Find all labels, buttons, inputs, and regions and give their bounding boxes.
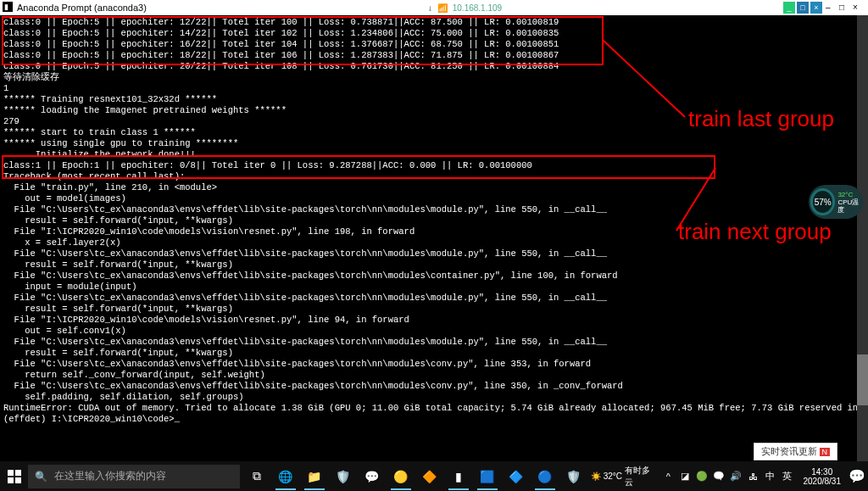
titlebar-center: ↓ 📶 10.168.1.109 (147, 3, 783, 13)
tray-ime2-icon[interactable]: 英 (781, 471, 793, 483)
cpu-widget[interactable]: 57% 32°C CPU温度 (809, 185, 863, 219)
terminal-line: class:0 || Epoch:5 || epochiter: 18/22||… (3, 50, 865, 61)
terminal-line: ****** using single gpu to training ****… (3, 138, 865, 149)
news-popup[interactable]: 实时资讯更新 N (754, 443, 838, 460)
cpu-temp-block: 32°C CPU温度 (837, 191, 863, 214)
ip-address: 10.168.1.109 (453, 3, 502, 13)
terminal-line: class:0 || Epoch:5 || epochiter: 12/22||… (3, 17, 865, 28)
terminal-line: class:0 || Epoch:5 || epochiter: 14/22||… (3, 28, 865, 39)
vertical-scrollbar[interactable] (857, 15, 868, 461)
terminal-line: self.padding, self.dilation, self.groups… (3, 392, 865, 403)
taskview-icon[interactable]: ⧉ (243, 463, 270, 490)
terminal-line: 279 (3, 116, 865, 127)
terminal-line: File "C:\Users\tc_ex\anaconda3\envs\effd… (3, 381, 865, 392)
x-icon[interactable]: × (853, 3, 863, 13)
svg-text:▮: ▮ (4, 3, 8, 11)
square-icon[interactable]: □ (839, 3, 849, 13)
window-title: Anaconda Prompt (anaconda3) (17, 3, 147, 13)
search-icon: 🔍 (35, 471, 47, 483)
app-file-explorer-icon[interactable]: 📁 (301, 463, 328, 490)
terminal-line: ..... Initialize the network done!!! ...… (3, 149, 865, 160)
terminal-line: input = module(input) (3, 282, 865, 293)
tray-network-icon[interactable]: 🖧 (747, 471, 759, 483)
terminal-line: ****** loading the Imagenet pretrained w… (3, 105, 865, 116)
app-vscode-icon[interactable]: 🔷 (503, 463, 530, 490)
cpu-gauge: 57% (810, 188, 835, 215)
tray-speaker-icon[interactable]: 🔊 (730, 471, 742, 483)
app-terminal-icon[interactable]: ▮ (445, 463, 472, 490)
app-edge-icon[interactable]: 🌐 (272, 463, 299, 490)
tray-ime1-icon[interactable]: 中 (764, 471, 776, 483)
app-pycharm-icon[interactable]: 🟦 (474, 463, 501, 490)
terminal-line: File "C:\Users\tc_ex\anaconda3\envs\effd… (3, 293, 865, 304)
taskbar-clock[interactable]: 14:30 2020/8/31 (798, 467, 846, 486)
taskbar-apps: ⧉ 🌐 📁 🛡️ 💬 🟡 🔶 ▮ 🟦 🔷 🔵 🛡️ (243, 463, 587, 490)
start-button[interactable] (0, 461, 28, 491)
news-badge: N (820, 448, 831, 456)
terminal-line: Traceback (most recent call last): (3, 171, 865, 182)
svg-rect-4 (8, 470, 14, 476)
terminal-line: File "C:\Users\tc_ex\anaconda3\envs\effd… (3, 271, 865, 282)
tray-chevron-up-icon[interactable]: ^ (662, 471, 674, 483)
app-wechat-icon[interactable]: 💬 (359, 463, 386, 490)
notification-center-button[interactable]: 💬 (846, 468, 868, 484)
terminal-line: result = self.forward(*input, **kwargs) (3, 304, 865, 315)
cpu-percent: 57% (815, 198, 832, 207)
terminal-line: File "C:\Users\tc_ex\anaconda3\envs\effd… (3, 204, 865, 215)
terminal-line: class:0 || Epoch:5 || epochiter: 16/22||… (3, 39, 865, 50)
terminal-line: File "C:\Users\tc_ex\anaconda3\envs\effd… (3, 337, 865, 348)
terminal-line: result = self.forward(*input, **kwargs) (3, 259, 865, 271)
terminal-line: File "C:\Users\tc_ex\anaconda3\envs\effd… (3, 248, 865, 259)
terminal-line: 1 (3, 83, 865, 94)
terminal-line: class:0 || Epoch:5 || epochiter: 20/22||… (3, 61, 865, 72)
terminal-line: (effdet) I:\ICPR2020_win10\code> (3, 414, 865, 425)
app-browser-icon[interactable]: 🔵 (531, 463, 559, 490)
terminal-line: return self._conv_forward(input, self.we… (3, 370, 865, 381)
svg-rect-5 (15, 470, 21, 476)
clock-date: 2020/8/31 (803, 477, 841, 486)
app-tool-icon[interactable]: 🔶 (416, 463, 443, 490)
terminal-line: File "train.py", line 210, in <module> (3, 182, 865, 193)
weather-temp: 32°C (604, 471, 622, 481)
minimize-button[interactable]: _ (783, 2, 795, 14)
terminal-line: out = self.conv1(x) (3, 326, 865, 337)
weather-desc: 有时多云 (625, 465, 654, 488)
taskbar-weather[interactable]: ☀️ 32°C 有时多云 (587, 465, 658, 488)
terminal-window: ▮ Anaconda Prompt (anaconda3) ↓ 📶 10.168… (0, 0, 868, 461)
window-controls: _ □ × (783, 2, 826, 14)
terminal-line: class:1 || Epoch:1 || epochiter: 0/8|| T… (3, 160, 865, 171)
app-guard-icon[interactable]: 🛡️ (560, 463, 587, 490)
cpu-temp-label: CPU温度 (837, 198, 863, 214)
app-icon: ▮ (3, 2, 14, 14)
system-tray: ^ ◪ 🟢 🗨️ 🔊 🖧 中 英 (657, 471, 798, 483)
terminal-line: ****** start to train class 1 ****** (3, 127, 865, 138)
svg-rect-6 (8, 477, 14, 483)
search-placeholder: 在这里输入你搜索的内容 (54, 469, 166, 483)
app-chrome-icon[interactable]: 🟡 (387, 463, 415, 490)
terminal-line: x = self.layer2(x) (3, 237, 865, 248)
app-defender-icon[interactable]: 🛡️ (330, 463, 357, 490)
terminal-line: out = model(images) (3, 193, 865, 204)
search-box[interactable]: 🔍 在这里输入你搜索的内容 (28, 465, 239, 488)
terminal-output[interactable]: class:0 || Epoch:5 || epochiter: 12/22||… (0, 15, 868, 461)
tray-bluetooth-icon[interactable]: 🗨️ (713, 471, 725, 483)
titlebar[interactable]: ▮ Anaconda Prompt (anaconda3) ↓ 📶 10.168… (0, 0, 868, 15)
news-text: 实时资讯更新 (761, 445, 817, 458)
svg-rect-7 (15, 477, 21, 483)
terminal-line: File "I:\ICPR2020_win10\code\models\visi… (3, 315, 865, 326)
tray-app2-icon[interactable]: 🟢 (696, 471, 708, 483)
dash-icon[interactable]: – (826, 3, 836, 13)
terminal-line: RuntimeError: CUDA out of memory. Tried … (3, 403, 865, 414)
weather-icon: ☀️ (591, 471, 601, 481)
terminal-line: File "C:\Users\tc_ex\anaconda3\envs\effd… (3, 359, 865, 370)
terminal-line: result = self.forward(*input, **kwargs) (3, 215, 865, 226)
maximize-button[interactable]: □ (797, 2, 809, 14)
terminal-line: ****** Training resnext101_32x32d ****** (3, 94, 865, 105)
cpu-temp: 32°C (837, 191, 863, 198)
close-button[interactable]: × (810, 2, 822, 14)
terminal-line: result = self.forward(*input, **kwargs) (3, 348, 865, 359)
scrollbar-thumb[interactable] (857, 354, 868, 405)
terminal-line: 等待清除缓存 (3, 72, 865, 83)
tray-app-icon[interactable]: ◪ (679, 471, 691, 483)
signal-icon: 📶 (437, 3, 448, 13)
